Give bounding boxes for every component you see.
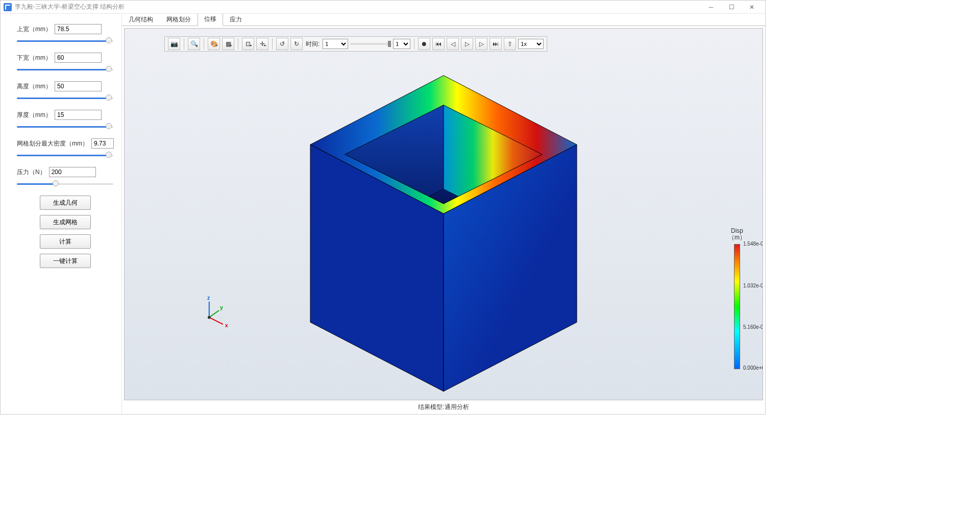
rotate-cw-icon[interactable]: ↻ [290,38,303,50]
svg-line-7 [209,318,223,325]
prev-frame-icon[interactable]: ◁ [447,38,459,50]
param-row: 上宽（mm） [17,24,113,44]
param-slider[interactable] [17,151,113,159]
result-tabs: 几何结构网格划分位移应力 [122,14,765,26]
maximize-button[interactable]: ☐ [721,2,742,13]
axis-mode-icon[interactable]: ✛ [256,38,268,50]
speed-select[interactable]: 1x [518,39,544,49]
legend-tick: 5.160e-07 [743,324,763,330]
param-row: 下宽（mm） [17,53,113,73]
param-label: 压力（N） [17,168,46,177]
legend-tick: 1.548e-06 [743,241,763,247]
param-label: 网格划分最大密度（mm） [17,139,88,148]
param-input[interactable] [55,81,102,91]
zoom-icon[interactable]: 🔍 [188,38,200,50]
param-slider[interactable] [17,122,113,130]
viewport-3d[interactable]: x y z [125,29,763,400]
tab[interactable]: 位移 [198,14,223,26]
param-row: 厚度（mm） [17,110,113,130]
legend-bar [734,244,740,369]
param-row: 高度（mm） [17,81,113,102]
action-button[interactable]: 生成网格 [40,215,91,229]
status-text: 结果模型:通用分析 [122,401,765,414]
svg-line-8 [209,310,219,318]
tab[interactable]: 几何结构 [122,14,160,26]
last-frame-icon[interactable]: ⏭ [489,38,502,50]
result-canvas-frame: x y z 📷 🔍 🎨 ▦ ⊡ ✛ [124,28,763,400]
frame-select[interactable]: 1 [393,39,410,49]
tab[interactable]: 网格划分 [160,14,198,26]
param-row: 压力（N） [17,167,113,187]
param-slider[interactable] [17,179,113,187]
param-label: 高度（mm） [17,82,52,91]
param-slider[interactable] [17,65,113,73]
param-input[interactable] [55,24,102,34]
time-slider[interactable] [350,43,391,45]
axis-y-label: y [220,304,223,310]
rotate-ccw-icon[interactable]: ↺ [276,38,288,50]
svg-point-10 [208,316,211,319]
next-frame-icon[interactable]: ▷ [475,38,487,50]
first-frame-icon[interactable]: ⏮ [432,38,445,50]
time-select[interactable]: 1 [323,39,348,49]
parameter-panel: 上宽（mm）下宽（mm）高度（mm）厚度（mm）网格划分最大密度（mm）压力（N… [1,14,122,414]
legend-unit: （m） [722,234,752,241]
export-icon[interactable]: ⇪ [504,38,516,50]
axis-z-label: z [207,295,210,301]
legend-tick: 1.032e-06 [743,283,763,288]
action-button[interactable]: 一键计算 [40,254,91,268]
close-button[interactable]: ✕ [742,2,762,13]
minimize-button[interactable]: ─ [701,2,721,13]
param-label: 厚度（mm） [17,111,52,119]
param-input[interactable] [91,138,114,149]
camera-icon[interactable]: 📷 [168,38,180,50]
viewport-toolbar: 📷 🔍 🎨 ▦ ⊡ ✛ ↺ ↻ 时间: 1 1 [164,36,547,52]
time-label: 时间: [306,40,320,49]
param-label: 下宽（mm） [17,54,52,62]
color-legend: Disp （m） 1.548e-061.032e-065.160e-070.00… [722,228,752,369]
tab[interactable]: 应力 [223,14,249,26]
legend-tick: 0.000e+00 [743,365,763,371]
app-icon [4,3,12,11]
palette-icon[interactable]: 🎨 [208,38,220,50]
param-input[interactable] [55,53,102,63]
cube-color-icon[interactable]: ▦ [222,38,234,50]
action-button[interactable]: 生成几何 [40,196,91,210]
param-row: 网格划分最大密度（mm） [17,138,113,159]
param-input[interactable] [55,110,102,120]
app-window: 李九毅-三峡大学-桥梁空心支撑 结构分析 ─ ☐ ✕ 上宽（mm）下宽（mm）高… [0,0,766,415]
titlebar: 李九毅-三峡大学-桥梁空心支撑 结构分析 ─ ☐ ✕ [1,1,765,14]
axis-x-label: x [225,322,228,328]
play-icon[interactable]: ▷ [461,38,473,50]
param-slider[interactable] [17,36,113,44]
select-mode-icon[interactable]: ⊡ [242,38,254,50]
param-input[interactable] [49,167,96,177]
param-label: 上宽（mm） [17,25,52,34]
action-button[interactable]: 计算 [40,234,91,249]
param-slider[interactable] [17,93,113,102]
record-icon[interactable]: ⏺ [418,38,430,50]
window-title: 李九毅-三峡大学-桥梁空心支撑 结构分析 [15,3,701,11]
